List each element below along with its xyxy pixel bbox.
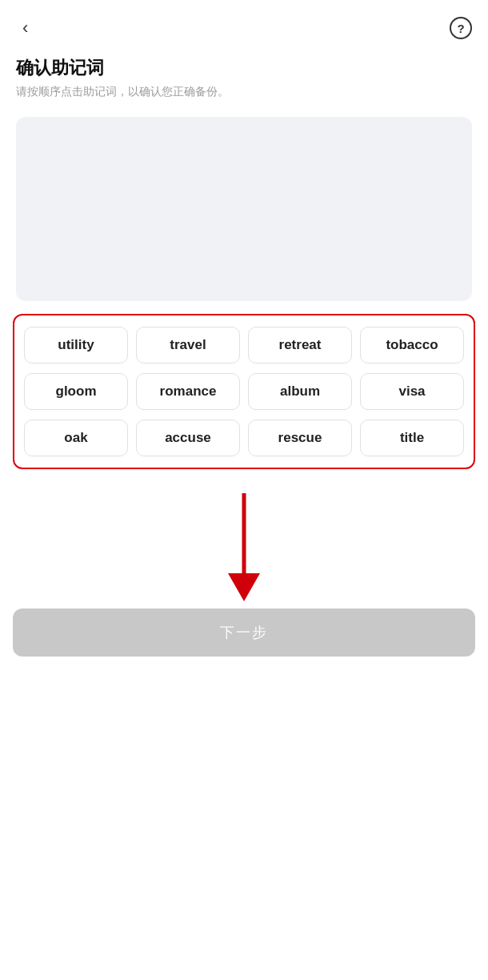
word-chip[interactable]: oak [24, 420, 128, 456]
mnemonic-display-area [16, 117, 472, 301]
word-chip[interactable]: accuse [136, 420, 240, 456]
word-chip[interactable]: tobacco [360, 327, 464, 363]
word-chip[interactable]: title [360, 420, 464, 456]
svg-marker-1 [228, 573, 260, 601]
word-chip[interactable]: travel [136, 327, 240, 363]
word-grid: utilitytravelretreattobaccogloomromancea… [21, 323, 467, 460]
word-chip[interactable]: romance [136, 373, 240, 410]
app-header: ‹ ? [0, 0, 488, 48]
down-arrow-icon [212, 493, 276, 613]
title-section: 确认助记词 请按顺序点击助记词，以确认您正确备份。 [0, 48, 488, 104]
word-chip[interactable]: album [248, 373, 352, 410]
word-selection-grid-container: utilitytravelretreattobaccogloomromancea… [13, 314, 475, 469]
next-button[interactable]: 下一步 [13, 608, 475, 657]
bottom-section: 下一步 [0, 477, 488, 657]
word-chip[interactable]: visa [360, 373, 464, 410]
next-button-container: 下一步 [0, 608, 488, 657]
help-button[interactable]: ? [450, 17, 472, 39]
word-chip[interactable]: rescue [248, 420, 352, 456]
word-chip[interactable]: gloom [24, 373, 128, 410]
page-title: 确认助记词 [16, 56, 472, 80]
page-subtitle: 请按顺序点击助记词，以确认您正确备份。 [16, 85, 472, 99]
help-icon: ? [457, 22, 464, 35]
arrow-area [0, 477, 488, 621]
word-chip[interactable]: utility [24, 327, 128, 363]
word-chip[interactable]: retreat [248, 327, 352, 363]
back-button[interactable]: ‹ [16, 16, 34, 40]
